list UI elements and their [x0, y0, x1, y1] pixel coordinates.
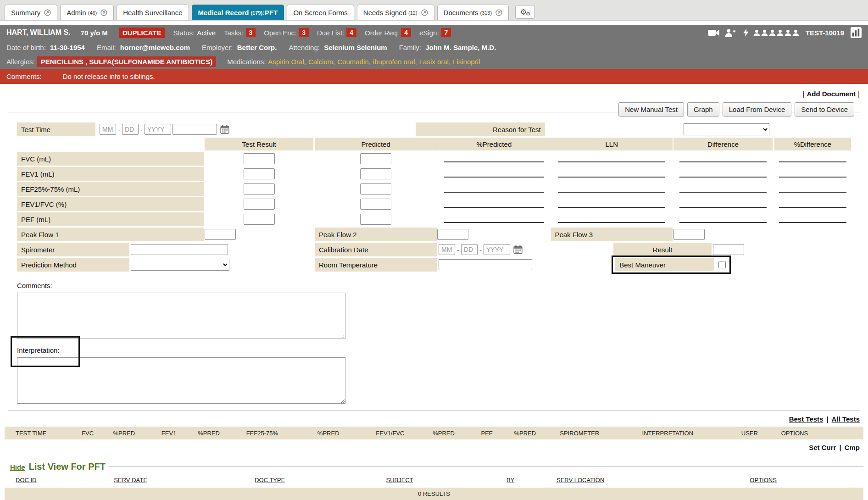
calibration-day-input[interactable] — [461, 244, 478, 255]
calibration-month-input[interactable] — [439, 244, 455, 255]
calendar-icon[interactable] — [220, 125, 229, 134]
chart-stats-icon[interactable] — [851, 27, 862, 38]
by-sort-link[interactable]: BY — [506, 477, 556, 483]
graph-button[interactable]: Graph — [687, 102, 719, 117]
serv-date-sort-link[interactable]: SERV DATE — [114, 477, 255, 483]
test-time-label: Test Time — [17, 122, 95, 136]
open-enc-count-badge[interactable]: 3 — [299, 28, 309, 37]
form-comments-textarea[interactable] — [17, 293, 345, 339]
fev1-fvc-predicted-input[interactable] — [360, 199, 391, 210]
popout-icon[interactable] — [44, 9, 51, 16]
tasks-label: Tasks: — [224, 29, 244, 37]
medication-link[interactable]: ibuprofen oral — [373, 58, 415, 66]
medication-link[interactable]: Aspirin Oral — [268, 58, 304, 66]
peak-flow-2-input[interactable] — [437, 229, 468, 240]
reason-for-test-select[interactable] — [684, 123, 769, 135]
fev1-predicted-input[interactable] — [360, 168, 391, 179]
column-header: Predicted — [315, 138, 437, 150]
subject-sort-link[interactable]: SUBJECT — [386, 477, 506, 483]
peak-flow-2-label: Peak Flow 2 — [315, 228, 437, 241]
calendar-icon[interactable] — [513, 245, 523, 254]
test-time-day-input[interactable] — [122, 124, 139, 135]
fev1-test-result-input[interactable] — [244, 168, 275, 179]
esign-count-badge[interactable]: 7 — [441, 28, 451, 37]
allergy-alert[interactable]: PENICILLINS , SULFA(SULFONAMIDE ANTIBIOT… — [37, 56, 216, 67]
tab-health-surveillance[interactable]: Health Surveillance — [117, 5, 189, 20]
fvc-row: FVC (mL) — [17, 152, 851, 166]
medication-link[interactable]: Calcium — [308, 58, 333, 66]
hide-list-view-link[interactable]: Hide — [10, 463, 25, 471]
prediction-row: Prediction Method Room Temperature Best … — [17, 258, 851, 272]
tab-medical-record[interactable]: Medical Record(179):PFT — [192, 5, 284, 20]
best-maneuver-checkbox[interactable] — [718, 261, 726, 268]
interpretation-textarea[interactable] — [17, 357, 345, 404]
tab-needs-signed[interactable]: Needs Signed(12) — [357, 5, 434, 20]
duplicate-badge[interactable]: DUPLICATE — [119, 28, 165, 38]
fvc-test-result-input[interactable] — [244, 153, 275, 164]
due-list-count-badge[interactable]: 4 — [346, 28, 356, 37]
fvc-difference-blank — [679, 161, 767, 162]
doc-id-sort-link[interactable]: DOC ID — [16, 477, 114, 483]
peak-flow-3-input[interactable] — [673, 229, 705, 240]
send-to-device-button[interactable]: Send to Device — [795, 102, 854, 117]
status-label: Status: — [173, 29, 195, 37]
serv-location-sort-link[interactable]: SERV LOCATION — [556, 477, 750, 483]
fev1-fvc-test-result-input[interactable] — [244, 199, 275, 210]
fef-lln-blank — [558, 192, 665, 193]
comments-text: Do not release info to siblings. — [63, 72, 155, 80]
test-time-time-input[interactable] — [172, 124, 217, 135]
email-field: Email: horner@mieweb.com — [97, 44, 190, 51]
settings-button[interactable]: ⚙︎⚙︎ — [515, 5, 535, 19]
prediction-method-label: Prediction Method — [17, 258, 129, 272]
tasks-count-badge[interactable]: 3 — [246, 28, 256, 37]
column-header: Test Result — [205, 138, 313, 150]
fef-predicted-input[interactable] — [360, 183, 391, 194]
new-manual-test-button[interactable]: New Manual Test — [618, 102, 684, 117]
spirometer-input[interactable] — [131, 244, 228, 255]
popout-icon[interactable] — [495, 9, 502, 16]
video-camera-icon[interactable] — [708, 29, 720, 36]
all-tests-link[interactable]: All Tests — [832, 415, 860, 423]
popout-icon[interactable] — [100, 9, 107, 16]
load-from-device-button[interactable]: Load From Device — [723, 102, 792, 117]
patient-age-sex: 70 y/o M — [81, 29, 108, 37]
medication-link[interactable]: Lasix oral — [419, 58, 449, 66]
pef-test-result-input[interactable] — [244, 214, 275, 225]
order-req-count-badge[interactable]: 4 — [401, 28, 411, 37]
tab-summary[interactable]: Summary — [5, 5, 57, 20]
tab-label: Admin — [67, 9, 86, 17]
calibration-year-input[interactable] — [484, 244, 510, 255]
result-input[interactable] — [713, 244, 744, 255]
best-maneuver-highlight-box: Best Maneuver — [612, 256, 731, 274]
form-comments-label: Comments: — [17, 282, 851, 291]
add-document-link[interactable]: Add Document — [807, 90, 856, 98]
tab-label: On Screen Forms — [293, 9, 347, 17]
tab-admin[interactable]: Admin(46) — [60, 5, 114, 20]
add-person-icon[interactable] — [724, 29, 736, 37]
options-sort-link[interactable]: OPTIONS — [750, 477, 863, 483]
quick-action-bolt-icon[interactable] — [743, 28, 749, 37]
best-tests-link[interactable]: Best Tests — [789, 415, 823, 423]
fvc-pct-difference-blank — [779, 161, 846, 162]
cmp-link[interactable]: Cmp — [845, 444, 860, 451]
fef-test-result-input[interactable] — [244, 183, 275, 194]
test-time-month-input[interactable] — [100, 124, 116, 135]
prediction-method-select[interactable] — [131, 259, 229, 271]
fvc-predicted-input[interactable] — [360, 153, 391, 164]
reason-for-test-label: Reason for Test — [416, 122, 545, 136]
pef-lln-blank — [558, 222, 665, 223]
doc-type-sort-link[interactable]: DOC TYPE — [255, 477, 386, 483]
pef-predicted-input[interactable] — [360, 214, 391, 225]
room-temperature-input[interactable] — [439, 259, 532, 270]
test-time-year-input[interactable] — [145, 124, 171, 135]
tab-bar: Summary Admin(46) Health Surveillance Me… — [0, 0, 868, 21]
medication-link[interactable]: Lisinopril — [453, 58, 480, 66]
popout-icon[interactable] — [421, 9, 428, 16]
room-temperature-label: Room Temperature — [315, 258, 437, 272]
tab-on-screen-forms[interactable]: On Screen Forms — [287, 5, 354, 20]
tab-count: (179) — [250, 10, 262, 16]
peak-flow-1-input[interactable] — [205, 229, 236, 240]
tab-documents[interactable]: Documents(313) — [437, 5, 509, 20]
set-curr-link[interactable]: Set Curr — [809, 444, 836, 451]
medication-link[interactable]: Coumadin — [337, 58, 368, 66]
